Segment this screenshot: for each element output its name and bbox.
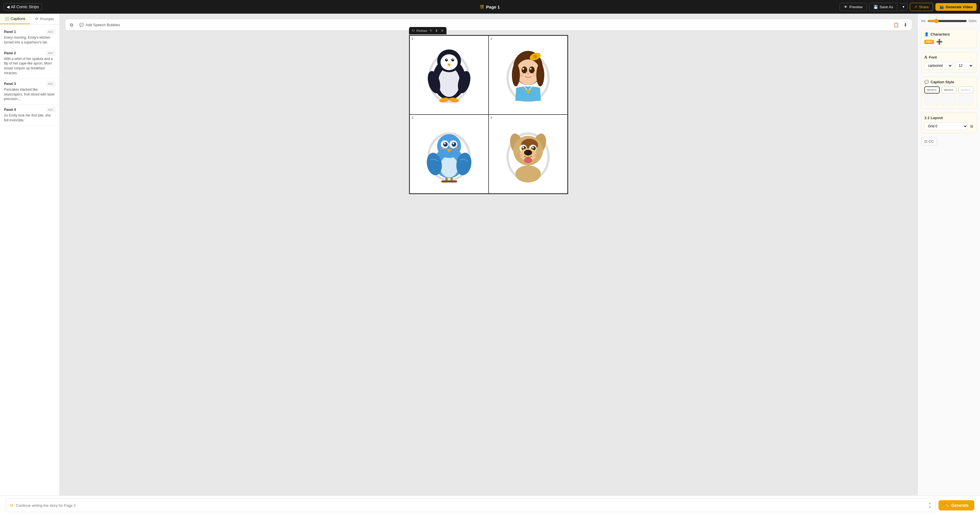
preview-button[interactable]: 👁 Preview — [840, 3, 867, 11]
share-button[interactable]: ↗ Share — [910, 3, 933, 11]
panel-text-2: With a whirl of her spatula and a flip o… — [4, 57, 56, 76]
refresh-icon[interactable]: ↻ — [411, 28, 415, 33]
breadcrumb-label: All Comic Strips — [11, 5, 39, 9]
cc-icon: ⊡ — [924, 139, 928, 143]
right-sidebar: 0% 500% 👤 Characters PRO ➕ 𝔸 Font car — [918, 14, 980, 495]
page-title-group: ☰ Page 1 — [480, 4, 500, 10]
svg-point-36 — [443, 142, 448, 147]
svg-point-61 — [524, 157, 532, 163]
panel-label-3: Panel 3 — [4, 82, 16, 86]
prompt-input[interactable] — [16, 503, 926, 508]
layout-section: 1:1 Layout Grid 0 Grid 1 Grid 2 ⊞ — [921, 113, 977, 133]
svg-point-40 — [440, 147, 444, 150]
caption-style-3[interactable]: ABCEFG. — [958, 86, 974, 94]
comic-cell-1[interactable]: 1 — [410, 35, 488, 114]
redraw-label: Redraw — [417, 29, 427, 32]
panel-text-1: Every morning, Emily's kitchen turned in… — [4, 35, 56, 45]
svg-point-64 — [515, 165, 541, 183]
panel-abc-4: ABC — [46, 107, 56, 112]
font-section: 𝔸 Font cartoonist comic bold 12 14 16 — [921, 52, 977, 73]
canvas-area: ⧉ 💬 Add Speech Bubbles 📋 ⬇ ↻ Redraw ✎ ⬇ — [60, 14, 918, 495]
cc-button[interactable]: ⊡ CC — [921, 137, 937, 146]
svg-point-20 — [522, 67, 527, 73]
font-select[interactable]: cartoonist comic bold — [924, 62, 953, 70]
comic-cell-4[interactable]: 4 — [488, 114, 568, 194]
svg-point-63 — [534, 154, 539, 157]
panel-item-2[interactable]: Panel 2 ABC With a whirl of her spatula … — [0, 48, 59, 79]
prompt-input-wrapper: ⟳ ▲ ▼ — [6, 499, 935, 512]
toolbar-left: ⧉ 💬 Add Speech Bubbles — [69, 21, 123, 29]
copy-button[interactable]: ⧉ — [69, 21, 74, 29]
zoom-min-label: 0% — [921, 19, 926, 23]
caption-empty-3 — [958, 95, 974, 105]
dog-character — [504, 126, 552, 183]
characters-icon: 👤 — [924, 32, 929, 37]
layout-row: Grid 0 Grid 1 Grid 2 ⊞ — [924, 122, 974, 130]
panel-header-1: Panel 1 ABC — [4, 30, 56, 34]
zoom-row: 0% 500% — [921, 17, 977, 25]
zoom-slider[interactable] — [928, 19, 967, 23]
svg-point-62 — [517, 154, 522, 157]
clipboard-button[interactable]: 📋 — [892, 21, 900, 29]
svg-rect-46 — [441, 180, 457, 183]
panel-label-1: Panel 1 — [4, 30, 16, 34]
save-as-caret-button[interactable]: ▼ — [900, 3, 907, 11]
tab-row: ⬜ Captions ⟳ Prompts — [0, 14, 59, 24]
caption-styles-grid: ABCEFG. ABCEFG. ABCEFG. — [924, 86, 974, 94]
hamburger-icon: ☰ — [480, 4, 484, 10]
generate-video-button[interactable]: 🎬 Generate Video — [935, 3, 977, 11]
captions-icon: ⬜ — [5, 16, 9, 21]
generate-video-label: Generate Video — [946, 5, 973, 9]
panel-item-3[interactable]: Panel 3 ABC Pancakes stacked like skyscr… — [0, 79, 59, 105]
svg-point-4 — [441, 54, 458, 70]
svg-point-23 — [530, 68, 531, 70]
panel-item-4[interactable]: Panel 4 ABC As Emily took her first bite… — [0, 105, 59, 126]
caption-empty-2 — [941, 95, 957, 105]
panel-label-4: Panel 4 — [4, 108, 16, 112]
share-label: Share — [919, 5, 929, 9]
prompt-up-button[interactable]: ▲ — [928, 502, 931, 505]
add-speech-button[interactable]: 💬 Add Speech Bubbles — [76, 22, 123, 28]
svg-point-60 — [526, 151, 528, 153]
caption-style-2[interactable]: ABCEFG. — [941, 86, 957, 94]
svg-point-10 — [452, 59, 453, 60]
back-icon: ◀ — [6, 5, 10, 9]
svg-point-59 — [524, 150, 532, 156]
svg-point-29 — [536, 64, 544, 86]
cell-num-2: 2 — [490, 37, 492, 40]
font-icon: 𝔸 — [924, 55, 927, 59]
girl-character — [504, 47, 552, 103]
prompt-icon: ⟳ — [10, 503, 14, 508]
panel-abc-1: ABC — [46, 30, 56, 34]
panel-item-1[interactable]: Panel 1 ABC Every morning, Emily's kitch… — [0, 27, 59, 48]
download-button[interactable]: ⬇ — [902, 21, 908, 29]
back-button[interactable]: ◀ All Comic Strips — [3, 3, 42, 11]
bottom-bar: ⟳ ▲ ▼ ✏️ Generate — [0, 495, 980, 515]
save-as-button[interactable]: 💾 Save As — [869, 3, 897, 11]
caption-style-bottom — [924, 95, 974, 105]
generate-button[interactable]: ✏️ Generate — [939, 500, 974, 510]
panel-text-3: Pancakes stacked like skyscrapers, fruit… — [4, 87, 56, 102]
save-as-label: Save As — [880, 5, 893, 9]
panel-download-icon[interactable]: ⬇ — [434, 28, 439, 33]
svg-point-21 — [529, 67, 535, 73]
page-title: Page 1 — [486, 5, 500, 10]
close-icon[interactable]: ✕ — [440, 28, 444, 33]
comic-cell-2[interactable]: 2 — [488, 35, 568, 114]
font-size-select[interactable]: 12 14 16 — [955, 62, 974, 70]
caption-style-section: 💬 Caption Style ABCEFG. ABCEFG. ABCEFG. — [921, 77, 977, 108]
prompt-down-button[interactable]: ▼ — [928, 505, 931, 509]
video-icon: 🎬 — [939, 5, 944, 9]
comic-cell-3[interactable]: 3 — [410, 114, 488, 194]
svg-point-38 — [444, 143, 445, 145]
svg-point-19 — [516, 59, 540, 85]
tab-prompts[interactable]: ⟳ Prompts — [30, 14, 60, 24]
add-character-button[interactable]: ➕ — [936, 39, 942, 45]
edit-icon[interactable]: ✎ — [429, 28, 433, 33]
caption-style-1[interactable]: ABCEFG. — [924, 86, 940, 94]
layout-select[interactable]: Grid 0 Grid 1 Grid 2 — [924, 122, 968, 130]
tab-captions[interactable]: ⬜ Captions — [0, 14, 30, 24]
pro-badge: PRO — [924, 40, 934, 44]
canvas-toolbar: ⧉ 💬 Add Speech Bubbles 📋 ⬇ — [65, 19, 912, 30]
comic-wrapper: ↻ Redraw ✎ ⬇ ✕ 1 — [409, 35, 568, 194]
